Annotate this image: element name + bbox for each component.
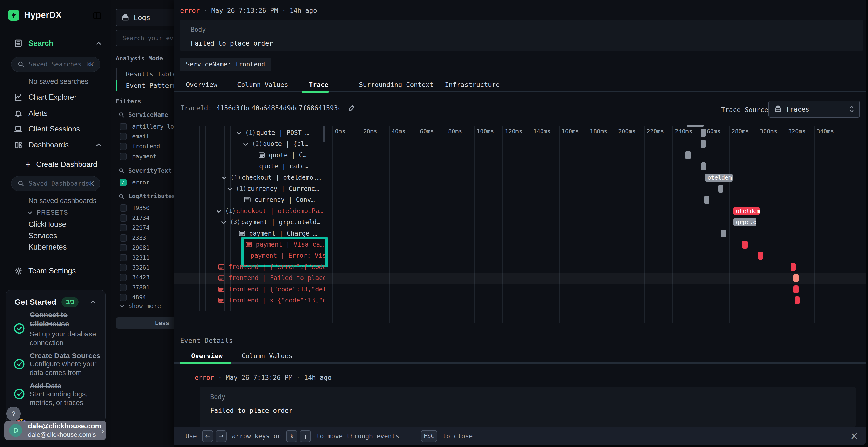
chevron-down-icon[interactable]: [227, 186, 233, 192]
span-duration-bar[interactable]: [742, 241, 748, 248]
span-row[interactable]: frontend | {"code":13,"det…: [174, 284, 324, 295]
checkbox[interactable]: [120, 244, 127, 251]
chevron-down-icon[interactable]: [243, 141, 249, 147]
sidebar-item-dashboards[interactable]: Dashboards: [0, 138, 111, 152]
span-row[interactable]: (1)quote | POST …: [174, 128, 324, 138]
tab-overview[interactable]: Overview: [186, 81, 217, 89]
close-icon[interactable]: ×: [849, 431, 860, 441]
filter-option[interactable]: 34423: [120, 273, 150, 282]
filter-option[interactable]: artillery-loa: [120, 122, 178, 132]
mode-event-patterns[interactable]: Event Patterns: [126, 82, 181, 89]
span-row[interactable]: (1)checkout | oteldemo.…: [174, 172, 324, 183]
span-duration-bar[interactable]: [701, 129, 706, 137]
span-duration-bar[interactable]: [794, 285, 799, 294]
get-started-item-title[interactable]: Create Data Sources: [30, 351, 112, 360]
span-row[interactable]: (1)currency | Currenc…: [174, 183, 324, 194]
span-row[interactable]: quote | C…: [174, 150, 324, 161]
chevron-up-icon[interactable]: [95, 142, 102, 148]
tab-surrounding-context[interactable]: Surrounding Context: [359, 81, 434, 89]
span-duration-bar[interactable]: [721, 230, 726, 238]
brand[interactable]: HyperDX: [8, 10, 62, 21]
checkbox[interactable]: [120, 274, 127, 281]
filter-option[interactable]: 32311: [120, 253, 150, 263]
presets-toggle[interactable]: PRESETS: [27, 209, 68, 216]
collapse-sidebar-icon[interactable]: [93, 11, 102, 20]
filter-option[interactable]: email: [120, 132, 150, 141]
tab-trace[interactable]: Trace: [309, 81, 329, 89]
create-dashboard-button[interactable]: + Create Dashboard: [0, 157, 111, 172]
span-row[interactable]: currency | Conv…: [174, 194, 324, 205]
chevron-down-icon[interactable]: [236, 130, 242, 136]
span-row[interactable]: (2)quote | {cl…: [174, 138, 324, 149]
saved-searches-input[interactable]: Saved Searches ⌘K: [11, 57, 100, 72]
scrollbar-thumb[interactable]: [323, 126, 325, 142]
span-duration-bar[interactable]: [794, 274, 799, 282]
sidebar-item-client-sessions[interactable]: Client Sessions: [0, 122, 111, 136]
user-menu[interactable]: D dale@clickhouse.com dale@clickhouse.co…: [4, 420, 106, 440]
saved-dashboards-input[interactable]: Saved Dashboards ⌘K: [11, 176, 100, 191]
filter-option[interactable]: 19350: [120, 203, 150, 213]
get-started-item-title[interactable]: Add Data: [30, 381, 97, 390]
edit-pencil-icon[interactable]: [348, 104, 355, 112]
span-duration-bar[interactable]: oteldem: [734, 207, 760, 215]
sidebar-item-alerts[interactable]: Alerts: [0, 106, 111, 121]
checkbox[interactable]: [120, 133, 127, 140]
span-duration-bar[interactable]: [758, 252, 763, 260]
checkbox[interactable]: [120, 143, 127, 150]
sidebar-item-search[interactable]: Search: [0, 36, 111, 50]
span-duration-bar[interactable]: oteldem: [705, 174, 733, 182]
preset-kubernetes[interactable]: Kubernetes: [28, 243, 67, 251]
chevron-down-icon[interactable]: [221, 175, 227, 181]
span-row[interactable]: frontend | Failed to place…: [174, 273, 324, 284]
span-duration-bar[interactable]: [790, 263, 796, 271]
filter-option[interactable]: frontend: [120, 142, 160, 151]
filter-option[interactable]: 33261: [120, 263, 150, 272]
span-duration-bar[interactable]: [704, 196, 709, 204]
checkbox[interactable]: [120, 224, 127, 232]
filter-option[interactable]: 29081: [120, 243, 150, 253]
filter-option[interactable]: 21734: [120, 213, 150, 223]
filter-option[interactable]: payment: [120, 152, 156, 161]
span-row[interactable]: (1)checkout | oteldemo.Pa…: [174, 206, 324, 217]
checkbox[interactable]: [120, 284, 127, 291]
filter-group-severitytext[interactable]: SeverityText: [119, 167, 172, 174]
show-more-button[interactable]: Show more: [120, 303, 161, 309]
span-row[interactable]: payment | Error: Visa…: [174, 250, 324, 261]
span-duration-bar[interactable]: [685, 151, 691, 159]
filter-option[interactable]: 22974: [120, 223, 150, 233]
trace-source-select[interactable]: Traces: [768, 101, 860, 117]
sidebar-item-chart-explorer[interactable]: Chart Explorer: [0, 90, 111, 105]
filter-option[interactable]: error: [120, 178, 150, 187]
service-chip[interactable]: ServiceName: frontend: [180, 58, 271, 71]
filter-option[interactable]: 2333: [120, 233, 146, 243]
chevron-down-icon[interactable]: [221, 220, 227, 226]
filter-option[interactable]: 37801: [120, 283, 150, 293]
filter-group-servicename[interactable]: ServiceName: [119, 111, 168, 118]
filter-option[interactable]: 4894: [120, 293, 146, 302]
span-row[interactable]: (3)payment | grpc.oteld…: [174, 217, 324, 228]
checkbox[interactable]: [120, 123, 127, 130]
chevron-up-icon[interactable]: [95, 40, 102, 46]
span-row[interactable]: frontend | {"error":{"code…: [174, 262, 324, 273]
preset-clickhouse[interactable]: ClickHouse: [28, 220, 66, 229]
mode-results-table[interactable]: Results Table: [126, 70, 177, 78]
checkbox[interactable]: [120, 153, 127, 160]
chevron-up-icon[interactable]: [90, 299, 96, 305]
tab-infrastructure[interactable]: Infrastructure: [445, 81, 500, 89]
checkbox[interactable]: [120, 264, 127, 271]
span-row[interactable]: payment | Visa ca…: [174, 239, 324, 250]
checkbox-checked[interactable]: [120, 179, 127, 186]
span-duration-bar[interactable]: [701, 162, 706, 170]
span-duration-bar[interactable]: [718, 185, 723, 193]
checkbox[interactable]: [120, 294, 127, 301]
get-started-item-title[interactable]: Connect to ClickHouse: [30, 310, 97, 329]
span-row[interactable]: payment | Charge …: [174, 228, 324, 239]
span-duration-bar[interactable]: grpc.o: [734, 218, 756, 226]
sidebar-item-team-settings[interactable]: Team Settings: [0, 264, 111, 278]
checkbox[interactable]: [120, 204, 127, 212]
span-duration-bar[interactable]: [701, 140, 706, 148]
filter-group-logattributes[interactable]: LogAttributes: [119, 193, 176, 200]
tab-ed-column-values[interactable]: Column Values: [242, 352, 292, 359]
checkbox[interactable]: [120, 234, 127, 242]
span-row[interactable]: quote | calc…: [174, 161, 324, 172]
